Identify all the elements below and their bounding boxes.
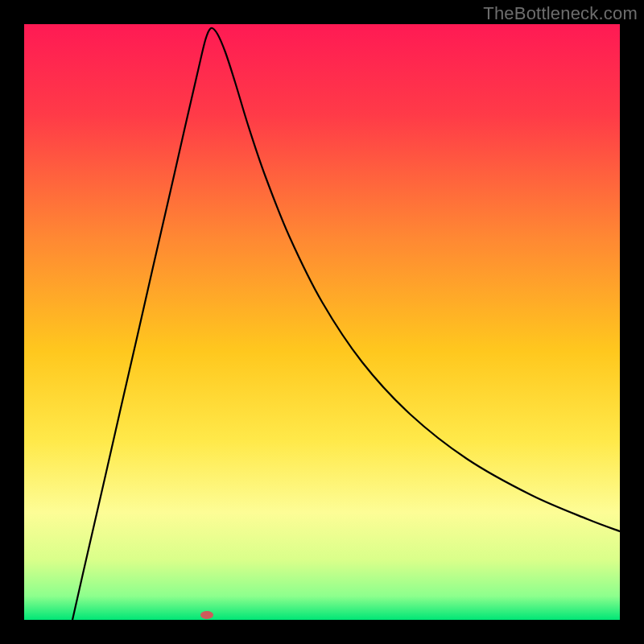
gradient-background — [24, 24, 620, 620]
chart-frame: TheBottleneck.com — [0, 0, 644, 644]
optimum-marker — [200, 611, 213, 619]
plot-area — [24, 24, 620, 620]
watermark-text: TheBottleneck.com — [483, 3, 638, 24]
plot-svg — [24, 24, 620, 620]
